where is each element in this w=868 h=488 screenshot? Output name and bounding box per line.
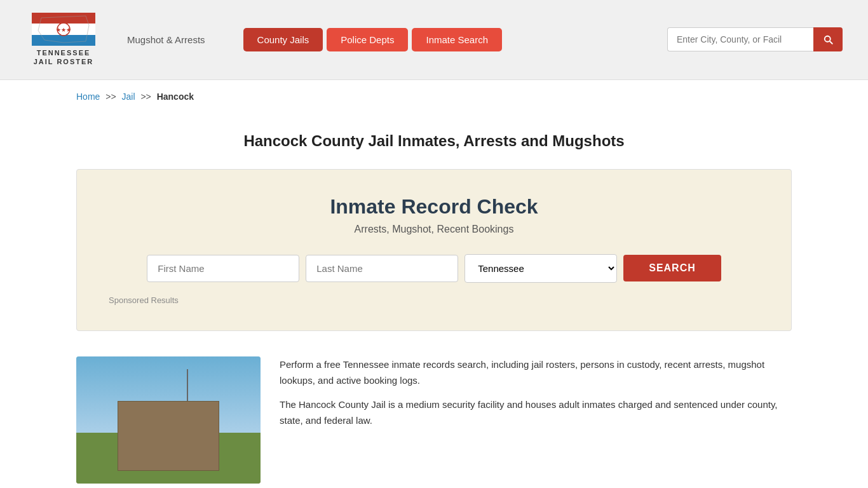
inmate-record-check-box: Inmate Record Check Arrests, Mugshot, Re…: [76, 169, 792, 331]
breadcrumb-sep1: >>: [105, 92, 116, 102]
breadcrumb-home[interactable]: Home: [76, 92, 100, 102]
flagpole: [187, 369, 188, 401]
header-search-button[interactable]: [813, 27, 843, 51]
mugshot-arrests-link[interactable]: Mugshot & Arrests: [127, 34, 205, 45]
breadcrumb-sep2: >>: [140, 92, 151, 102]
breadcrumb: Home >> Jail >> Hancock: [76, 92, 792, 102]
page-title: Hancock County Jail Inmates, Arrests and…: [76, 132, 792, 150]
building-main: [118, 401, 219, 471]
state-select[interactable]: Tennessee Alabama Georgia Kentucky Virgi…: [465, 254, 617, 283]
last-name-input[interactable]: [306, 255, 458, 282]
inmate-check-title: Inmate Record Check: [109, 195, 759, 219]
main-content: Hancock County Jail Inmates, Arrests and…: [0, 113, 868, 488]
sponsored-label: Sponsored Results: [109, 295, 759, 305]
search-icon: [822, 34, 834, 45]
first-name-input[interactable]: [147, 255, 299, 282]
tennessee-flag-icon: ★★★: [32, 13, 95, 46]
header-search-input[interactable]: [667, 27, 813, 51]
logo-text: TENNESSEE JAIL ROSTER: [34, 48, 94, 67]
jail-image-inner: [76, 356, 261, 484]
inmate-search-form: Tennessee Alabama Georgia Kentucky Virgi…: [109, 254, 759, 283]
logo-link[interactable]: ★★★ TENNESSEE JAIL ROSTER: [25, 13, 102, 67]
county-jails-button[interactable]: County Jails: [243, 28, 323, 51]
inmate-check-subtitle: Arrests, Mugshot, Recent Bookings: [109, 224, 759, 235]
breadcrumb-current: Hancock: [157, 92, 194, 102]
breadcrumb-section: Home >> Jail >> Hancock: [0, 80, 868, 113]
desc-para1: Perform a free Tennessee inmate records …: [280, 356, 792, 389]
main-nav: County Jails Police Depts Inmate Search: [243, 28, 502, 51]
inmate-search-button[interactable]: Inmate Search: [412, 28, 502, 51]
desc-para2: The Hancock County Jail is a medium secu…: [280, 396, 792, 429]
svg-rect-3: [32, 35, 95, 46]
jail-image: [76, 356, 261, 484]
bottom-content: Perform a free Tennessee inmate records …: [76, 356, 792, 484]
police-depts-button[interactable]: Police Depts: [327, 28, 408, 51]
svg-text:★★★: ★★★: [56, 27, 71, 33]
breadcrumb-jail[interactable]: Jail: [122, 92, 135, 102]
inmate-search-submit[interactable]: SEARCH: [623, 255, 721, 281]
header-search: [667, 27, 843, 51]
header: ★★★ TENNESSEE JAIL ROSTER Mugshot & Arre…: [0, 0, 868, 80]
description-text: Perform a free Tennessee inmate records …: [280, 356, 792, 437]
